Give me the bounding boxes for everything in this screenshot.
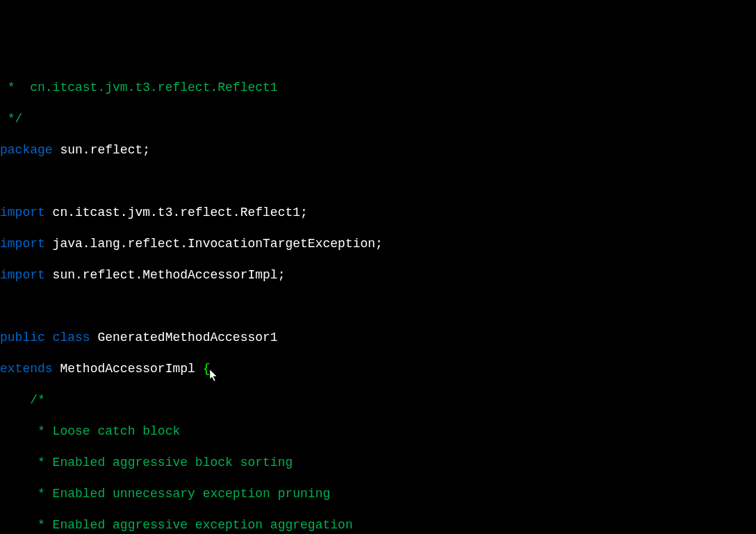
code-line: extends MethodAccessorImpl { [0,361,756,377]
code-line [0,174,756,190]
code-line: import sun.reflect.MethodAccessorImpl; [0,267,756,283]
code-editor[interactable]: * cn.itcast.jvm.t3.reflect.Reflect1 */ p… [0,62,756,534]
code-line: /* [0,392,756,408]
code-line: package sun.reflect; [0,142,756,158]
code-line: * Enabled aggressive exception aggregati… [0,517,756,533]
code-line: * cn.itcast.jvm.t3.reflect.Reflect1 [0,80,756,96]
code-line: * Loose catch block [0,424,756,440]
code-line: import cn.itcast.jvm.t3.reflect.Reflect1… [0,205,756,221]
code-line: */ [0,111,756,127]
code-line: * Enabled aggressive block sorting [0,455,756,471]
code-line: public class GeneratedMethodAccessor1 [0,330,756,346]
code-line: import java.lang.reflect.InvocationTarge… [0,236,756,252]
code-line [0,299,756,315]
code-line: * Enabled unnecessary exception pruning [0,486,756,502]
